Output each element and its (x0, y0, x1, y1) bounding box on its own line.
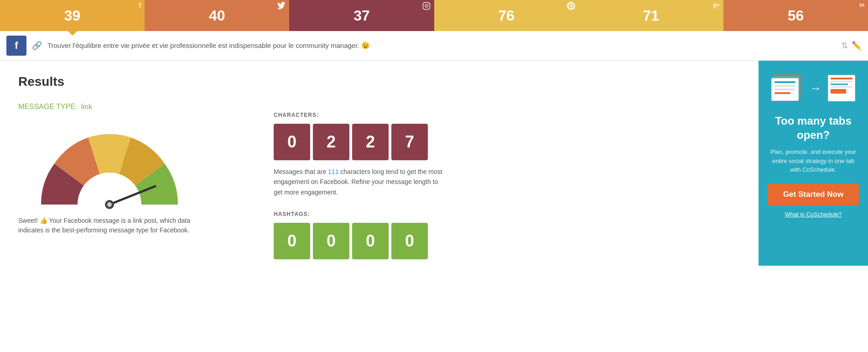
google-platform-icon: g+ (713, 2, 720, 8)
gauge-container (32, 120, 187, 211)
message-type-value: link (81, 103, 92, 110)
ad-title: Too many tabs open? (768, 114, 859, 142)
score-item-google[interactable]: 71 g+ (579, 0, 723, 31)
char-digit-3: 7 (391, 124, 428, 160)
score-item-facebook[interactable]: 39 f (0, 0, 145, 31)
engagement-link[interactable]: 111 (328, 168, 338, 175)
score-value-twitter: 40 (209, 7, 225, 24)
ad-subtitle: Plan, promote, and execute your entire s… (768, 147, 859, 174)
results-columns: MESSAGE TYPE: link (18, 103, 575, 266)
svg-point-5 (107, 202, 112, 207)
col-right: CHARACTERS: 0 2 2 7 (274, 103, 502, 266)
hashtag-digit-3: 0 (391, 223, 428, 259)
pinterest-platform-icon (567, 2, 575, 11)
sort-icon[interactable]: ⇅ (841, 41, 848, 51)
get-started-button[interactable]: Get Started Now (768, 184, 859, 205)
hashtags-section: HASHTAGS: 0 0 0 0 (274, 211, 502, 259)
gauge-caption: Sweet! 👍 Your Facebook message is a link… (18, 216, 201, 235)
post-bar: f 🔗 Trouver l'équilibre entre vie privée… (0, 31, 868, 61)
post-text: Trouver l'équilibre entre vie privée et … (47, 42, 837, 50)
score-item-linkedin[interactable]: 56 in (723, 0, 868, 31)
sidebar-ad: → Too many tabs open? Plan, promote, and… (759, 61, 868, 266)
what-is-coschedule-link[interactable]: What is CoSchedule? (785, 211, 842, 218)
score-value-pinterest: 76 (498, 7, 515, 24)
char-digit-1: 2 (313, 124, 349, 160)
char-digit-0: 0 (274, 124, 310, 160)
char-digit-2: 2 (352, 124, 389, 160)
score-item-pinterest[interactable]: 76 (434, 0, 579, 31)
ad-illustration: → (768, 70, 859, 106)
linkedin-platform-icon: in (859, 2, 864, 8)
results-section: Results MESSAGE TYPE: link (0, 74, 593, 266)
hashtag-digit-0: 0 (274, 223, 310, 259)
score-value-facebook: 39 (64, 7, 81, 24)
facebook-icon-box: f (6, 36, 26, 56)
instagram-platform-icon (422, 2, 431, 11)
hashtag-digit-2: 0 (352, 223, 389, 259)
score-item-instagram[interactable]: 37 (289, 0, 434, 31)
twitter-platform-icon (277, 2, 286, 11)
hashtag-digit-1: 0 (313, 223, 349, 259)
results-title: Results (18, 74, 575, 89)
score-item-twitter[interactable]: 40 (145, 0, 289, 31)
svg-rect-0 (423, 3, 430, 10)
message-type-label: MESSAGE TYPE: link (18, 103, 246, 111)
post-actions: ⇅ ✏️ (841, 41, 862, 51)
facebook-platform-icon: f (139, 2, 141, 9)
arrow-icon: → (810, 81, 821, 95)
engagement-text: Messages that are 111 characters long te… (274, 167, 447, 197)
link-icon: 🔗 (32, 41, 42, 51)
facebook-letter: f (15, 40, 18, 52)
doc-stack: → (771, 74, 855, 102)
hashtags-digit-boxes: 0 0 0 0 (274, 223, 502, 259)
characters-label: CHARACTERS: (274, 112, 502, 118)
edit-icon[interactable]: ✏️ (852, 41, 862, 51)
main-content: Results MESSAGE TYPE: link (0, 61, 868, 266)
hashtags-label: HASHTAGS: (274, 211, 502, 217)
score-value-google: 71 (643, 7, 659, 24)
gauge-svg (32, 120, 187, 211)
characters-digit-boxes: 0 2 2 7 (274, 124, 502, 160)
score-value-linkedin: 56 (788, 7, 804, 24)
score-bar: 39 f 40 37 76 71 g+ 56 in (0, 0, 868, 31)
score-value-instagram: 37 (353, 7, 370, 24)
characters-section: CHARACTERS: 0 2 2 7 (274, 112, 502, 197)
col-left: MESSAGE TYPE: link (18, 103, 246, 266)
